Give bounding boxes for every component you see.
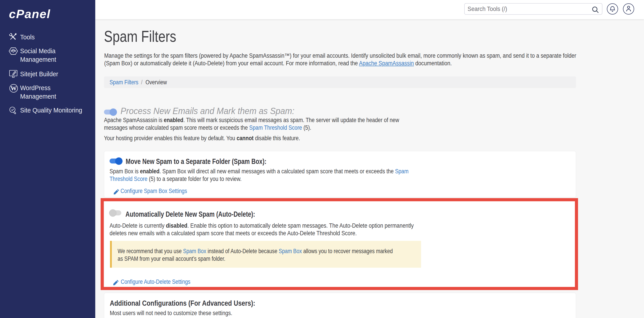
svg-text:W: W xyxy=(10,85,17,92)
